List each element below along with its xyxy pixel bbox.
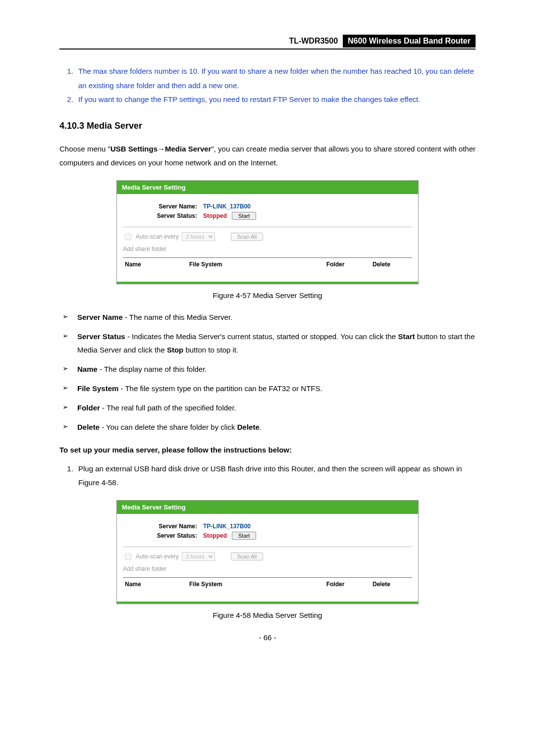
desc: . — [260, 423, 262, 431]
server-status-label: Server Status: — [123, 212, 203, 219]
model-number: TL-WDR3500 — [286, 35, 343, 48]
column-folder: Folder — [298, 261, 373, 268]
server-status-value: Stopped — [203, 532, 227, 539]
page-header: TL-WDR3500 N600 Wireless Dual Band Route… — [59, 35, 476, 50]
desc: - The display name of this folder. — [98, 365, 207, 373]
server-name-label: Server Name: — [123, 523, 203, 530]
figure-57-caption: Figure 4-57 Media Server Setting — [59, 291, 476, 300]
panel-separator — [123, 227, 412, 227]
term: Server Name — [77, 313, 123, 321]
definition-list: Server Name - The name of this Media Ser… — [59, 307, 476, 437]
steps-list: Plug an external USB hard disk drive or … — [59, 462, 476, 490]
list-item: Name - The display name of this folder. — [59, 359, 476, 379]
notes-list: The max share folders number is 10. If y… — [59, 64, 476, 107]
server-status-value: Stopped — [203, 212, 227, 219]
start-button[interactable]: Start — [232, 532, 256, 540]
list-item: Server Name - The name of this Media Ser… — [59, 307, 476, 327]
intro-bold: USB Settings — [110, 145, 158, 153]
intro-text: Choose menu " — [59, 145, 110, 153]
figure-58-caption: Figure 4-58 Media Server Setting — [59, 611, 476, 619]
panel-footer-bar — [117, 602, 418, 604]
folder-table-header: Name File System Folder Delete — [123, 577, 412, 599]
server-name-label: Server Name: — [123, 203, 203, 210]
column-filesystem: File System — [189, 581, 298, 588]
term: Folder — [77, 403, 100, 412]
list-item: File System - The file system type on th… — [59, 379, 476, 398]
panel-title: Media Server Setting — [117, 181, 418, 194]
column-folder: Folder — [298, 581, 373, 588]
list-item: Server Status - Indicates the Media Serv… — [59, 327, 476, 359]
media-server-panel: Media Server Setting Server Name: TP-LIN… — [116, 500, 419, 604]
column-delete: Delete — [373, 261, 410, 268]
add-share-folder-link[interactable]: Add share folder — [123, 565, 412, 572]
autoscan-interval-select[interactable]: 2 hours — [182, 552, 215, 561]
server-name-value: TP-LINK_137B00 — [203, 203, 251, 210]
server-status-label: Server Status: — [123, 532, 203, 539]
desc: - The real full path of the specified fo… — [100, 403, 236, 412]
note-item: If you want to change the FTP settings, … — [75, 93, 476, 107]
desc: button to stop it. — [183, 346, 238, 354]
term: Delete — [77, 423, 100, 431]
autoscan-checkbox[interactable] — [125, 234, 131, 240]
server-name-value: TP-LINK_137B00 — [203, 523, 251, 530]
list-item: Folder - The real full path of the speci… — [59, 398, 476, 417]
desc: - The file system type on the partition … — [118, 384, 322, 393]
autoscan-interval-select[interactable]: 2 hours — [182, 232, 215, 241]
panel-title: Media Server Setting — [117, 501, 418, 514]
autoscan-label: Auto-scan every — [136, 233, 179, 240]
intro-paragraph: Choose menu "USB Settings→Media Server",… — [59, 142, 476, 170]
page: TL-WDR3500 N600 Wireless Dual Band Route… — [0, 0, 535, 756]
term: File System — [77, 384, 118, 393]
add-share-folder-link[interactable]: Add share folder — [123, 246, 412, 252]
media-server-panel: Media Server Setting Server Name: TP-LIN… — [116, 180, 419, 284]
step-item: Plug an external USB hard disk drive or … — [75, 462, 476, 490]
scan-all-button[interactable]: Scan All — [231, 553, 264, 560]
column-delete: Delete — [373, 581, 410, 588]
term-inline: Stop — [167, 346, 183, 354]
start-button[interactable]: Start — [232, 212, 256, 220]
term-inline: Start — [398, 332, 415, 341]
instructions-heading: To set up your media server, please foll… — [59, 446, 476, 454]
term: Name — [77, 365, 98, 373]
desc: - You can delete the share folder by cli… — [100, 423, 237, 431]
model-description: N600 Wireless Dual Band Router — [343, 35, 476, 48]
autoscan-label: Auto-scan every — [136, 553, 179, 560]
intro-bold: Media Server — [165, 145, 211, 153]
intro-arrow: → — [158, 145, 165, 153]
folder-table-header: Name File System Folder Delete — [123, 257, 412, 279]
column-name: Name — [125, 581, 189, 588]
term-inline: Delete — [237, 423, 260, 431]
column-filesystem: File System — [189, 261, 298, 268]
column-name: Name — [125, 261, 189, 268]
desc: - Indicates the Media Server's current s… — [125, 332, 398, 341]
panel-footer-bar — [117, 282, 418, 284]
list-item: Delete - You can delete the share folder… — [59, 417, 476, 437]
autoscan-checkbox[interactable] — [125, 554, 131, 560]
section-heading: 4.10.3 Media Server — [59, 121, 476, 131]
term: Server Status — [77, 332, 125, 341]
scan-all-button[interactable]: Scan All — [231, 233, 264, 241]
note-item: The max share folders number is 10. If y… — [75, 64, 476, 93]
page-number: - 66 - — [59, 633, 476, 642]
panel-separator — [123, 547, 412, 547]
desc: - The name of this Media Server. — [123, 313, 233, 321]
